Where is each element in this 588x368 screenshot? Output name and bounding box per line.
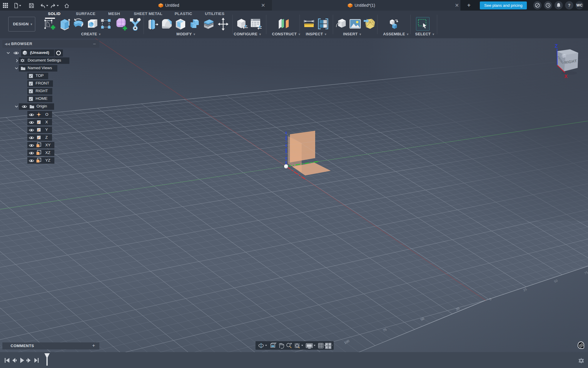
svg-text:X: X: [564, 74, 568, 79]
svg-text:Z: Z: [555, 43, 558, 49]
svg-text:?: ?: [568, 3, 571, 8]
